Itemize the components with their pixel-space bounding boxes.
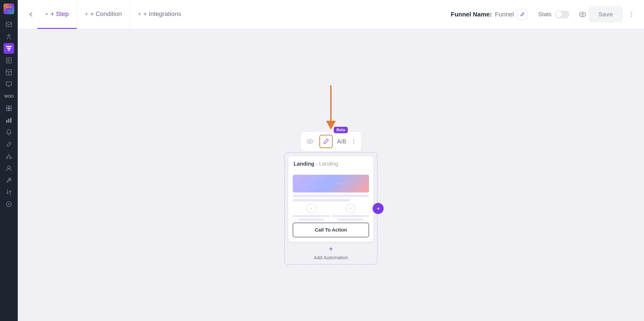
preview-banner — [293, 175, 369, 192]
svg-point-22 — [580, 12, 586, 17]
toolbar-more-button[interactable]: ⋮ — [351, 138, 356, 145]
svg-rect-17 — [10, 118, 12, 123]
svg-rect-13 — [6, 109, 9, 111]
svg-rect-1 — [7, 9, 11, 9]
svg-point-18 — [6, 157, 8, 159]
connector-arrow — [326, 85, 336, 130]
step-card: Landing - Landing — [284, 152, 378, 265]
back-button[interactable] — [25, 8, 37, 21]
preview-cols: + + — [293, 204, 369, 220]
beta-badge: Beta — [334, 127, 348, 133]
toolbar-edit-button[interactable] — [319, 135, 333, 148]
sidebar-item-woo[interactable]: WOO — [4, 91, 14, 102]
preview-text-line-2 — [293, 199, 350, 201]
sidebar-logo[interactable] — [4, 4, 14, 14]
svg-rect-3 — [6, 22, 12, 27]
tab-step-plus: + — [45, 11, 48, 17]
toolbar-preview-button[interactable] — [305, 137, 315, 146]
add-automation[interactable]: + Add Automation — [288, 245, 374, 261]
sidebar-item-user[interactable] — [4, 163, 14, 174]
preview-text-line-1 — [293, 195, 369, 197]
sidebar-item-bell[interactable] — [4, 127, 14, 138]
sidebar-item-pin[interactable] — [4, 31, 14, 42]
sidebar-item-grid[interactable] — [4, 103, 14, 114]
save-button[interactable]: Save — [589, 7, 623, 23]
add-automation-plus: + — [329, 245, 333, 253]
tab-condition-plus: + — [85, 11, 88, 17]
sidebar-item-pen[interactable] — [4, 139, 14, 150]
svg-rect-4 — [6, 46, 12, 47]
preview-banner-line2 — [337, 183, 348, 184]
preview-col-2: + — [332, 204, 369, 220]
add-automation-label: Add Automation — [314, 255, 348, 261]
svg-point-20 — [8, 166, 10, 168]
sidebar-item-table[interactable] — [4, 67, 14, 78]
tab-integrations-label: + Integrations — [143, 11, 181, 18]
preview-col-2-line2 — [338, 219, 364, 220]
tab-step-label: + Step — [50, 11, 69, 18]
top-nav: + + Step + + Condition + + Integrations … — [18, 0, 644, 29]
cta-button[interactable]: Call To Action — [293, 223, 369, 237]
funnel-name-area: Funnel Name: Funnel — [451, 9, 528, 20]
preview-banner-line1 — [314, 182, 334, 185]
svg-rect-14 — [9, 109, 11, 111]
preview-circle-2: + — [346, 204, 356, 213]
svg-rect-15 — [6, 120, 8, 123]
svg-point-23 — [582, 14, 584, 15]
sidebar-item-wrench[interactable] — [4, 175, 14, 186]
preview-button[interactable] — [576, 8, 589, 21]
stats-label: Stats — [538, 11, 551, 18]
preview-circle-1: + — [306, 204, 316, 213]
tab-step[interactable]: + + Step — [37, 0, 77, 29]
svg-point-25 — [309, 141, 311, 142]
preview-col-1: + — [293, 204, 330, 220]
arrow-line — [330, 85, 332, 121]
svg-rect-11 — [6, 106, 9, 108]
sidebar-item-funnel[interactable] — [4, 43, 14, 54]
sidebar-item-transfer[interactable] — [4, 187, 14, 198]
sidebar-item-mail[interactable] — [4, 19, 14, 30]
more-options-button[interactable]: ⋮ — [626, 9, 637, 20]
sidebar-item-tasks[interactable] — [4, 55, 14, 66]
stats-area: Stats — [538, 11, 569, 18]
main-area: + + Step + + Condition + + Integrations … — [18, 0, 644, 321]
svg-rect-5 — [7, 48, 11, 49]
svg-rect-0 — [6, 7, 12, 8]
sidebar-item-play[interactable] — [4, 199, 14, 210]
toolbar-ab-button[interactable]: A/B — [337, 138, 346, 145]
stats-toggle[interactable] — [555, 11, 569, 18]
svg-point-24 — [307, 139, 313, 143]
preview-col-1-line2 — [298, 219, 324, 220]
svg-rect-6 — [8, 50, 10, 51]
step-card-header: Landing - Landing — [288, 156, 374, 170]
svg-rect-2 — [8, 10, 10, 11]
step-card-title-bold: Landing — [294, 161, 314, 167]
tab-integrations[interactable]: + + Integrations — [130, 0, 189, 29]
svg-rect-12 — [9, 106, 11, 108]
sidebar-item-chart[interactable] — [4, 115, 14, 126]
preview-col-2-line1 — [332, 215, 369, 217]
funnel-name-prefix: Funnel Name: — [451, 11, 492, 18]
preview-col-1-line1 — [293, 215, 330, 217]
step-card-inner: Landing - Landing — [288, 156, 374, 242]
sidebar: WOO — [0, 0, 18, 321]
tab-integrations-plus: + — [138, 11, 141, 17]
step-toolbar: Beta A/B ⋮ — [300, 131, 361, 151]
sidebar-item-cut[interactable] — [4, 151, 14, 162]
tab-condition-label: + Condition — [90, 11, 122, 18]
step-card-title-light: - Landing — [316, 161, 338, 167]
svg-point-19 — [10, 157, 12, 159]
canvas: Beta A/B ⋮ — [18, 29, 644, 321]
card-next-arrow[interactable] — [372, 203, 384, 214]
sidebar-item-chat[interactable] — [4, 79, 14, 90]
tab-condition[interactable]: + + Condition — [77, 0, 130, 29]
funnel-name-edit-button[interactable] — [517, 9, 528, 20]
step-card-preview: + + Call To — [288, 170, 374, 242]
funnel-content: Beta A/B ⋮ — [284, 85, 378, 265]
funnel-name-value: Funnel — [495, 11, 514, 18]
svg-rect-16 — [8, 119, 10, 123]
